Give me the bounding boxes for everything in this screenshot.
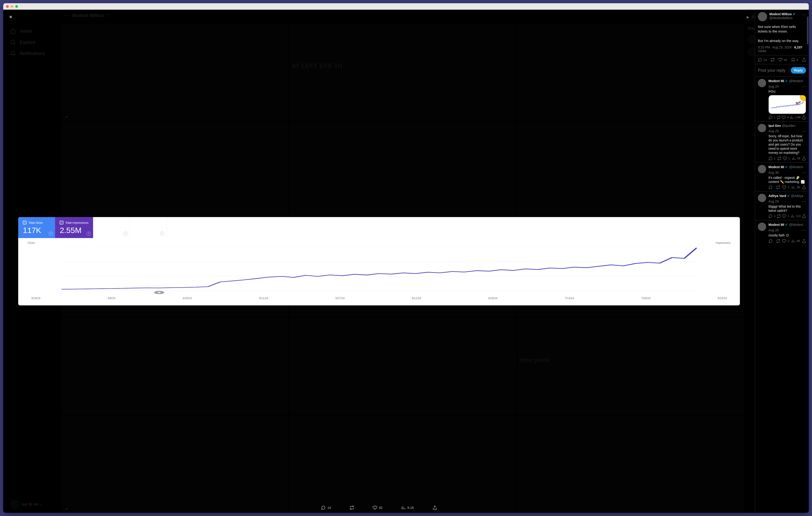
metric-tile-clicks[interactable]: ✓ Total clicks 117K ?: [18, 217, 55, 238]
reply-text: it's called - organic 🥬 content ✏️ marke…: [768, 175, 806, 184]
share-action[interactable]: [802, 185, 806, 189]
reply-date: Aug 29: [768, 129, 779, 133]
count: 4: [787, 116, 789, 119]
share-action[interactable]: [802, 239, 806, 243]
close-button[interactable]: ✕: [6, 13, 15, 21]
like-count: 42: [784, 58, 787, 61]
reply-item[interactable]: Aditya Vard ✔ @Aditya · Aug 29 ⋯ Biggg! …: [755, 191, 809, 220]
retweet-action[interactable]: [777, 214, 781, 218]
reply-action[interactable]: [768, 185, 774, 189]
reply-author[interactable]: Ipul Dev: [768, 124, 781, 128]
avatar[interactable]: [758, 165, 766, 173]
x-tick: 5/11/24: [259, 297, 268, 300]
help-icon[interactable]: ?: [87, 232, 91, 236]
sun-icon: [800, 95, 806, 101]
like-action[interactable]: 1: [783, 156, 790, 161]
reply-item[interactable]: Ipul Dev @ipuldev · Aug 29 ⋯ Sorry, off-…: [755, 121, 809, 162]
like-action[interactable]: 1: [782, 214, 789, 218]
retweet-action[interactable]: [777, 115, 781, 119]
reply-handle[interactable]: @Modest: [789, 223, 803, 226]
mac-zoom-button[interactable]: [15, 5, 18, 8]
reply-action[interactable]: 14: [758, 58, 766, 62]
avatar[interactable]: [758, 79, 766, 87]
reply-action[interactable]: 14: [321, 506, 331, 510]
more-button[interactable]: ⋯: [802, 12, 806, 21]
reply-author[interactable]: Modest Mi: [768, 165, 784, 169]
count: 1: [788, 157, 790, 160]
author-name[interactable]: Modest Mitkus: [770, 12, 792, 16]
like-action[interactable]: 42: [778, 58, 787, 62]
retweet-action[interactable]: [771, 58, 775, 62]
reply-icon: [321, 506, 326, 510]
views-action[interactable]: 6.1K: [401, 506, 414, 510]
mac-minimize-button[interactable]: [10, 5, 13, 8]
reply-author[interactable]: Modest Mi: [768, 223, 784, 226]
more-button[interactable]: ⋯: [802, 129, 806, 134]
left-axis-label: Clicks: [27, 241, 35, 245]
avatar[interactable]: [758, 194, 766, 202]
reply-item[interactable]: Modest Mi ✔ @Modest · Aug 29 ⋯ mostly fa…: [755, 220, 809, 245]
share-action[interactable]: [802, 214, 806, 218]
retweet-action[interactable]: [777, 156, 781, 161]
reply-action[interactable]: 1: [768, 214, 776, 218]
reply-button[interactable]: Reply: [791, 67, 806, 74]
share-action[interactable]: [802, 58, 806, 62]
like-count: 42: [379, 506, 383, 510]
reply-action[interactable]: 1: [768, 156, 776, 161]
retweet-action[interactable]: [776, 185, 780, 189]
more-button[interactable]: ⋯: [802, 84, 806, 89]
avatar[interactable]: [758, 124, 766, 132]
chart-series-impressions: [61, 248, 697, 289]
more-button[interactable]: ⋯: [802, 228, 806, 233]
reply-composer[interactable]: Post your reply Reply: [755, 64, 809, 76]
chart-series-clicks: [61, 248, 697, 289]
metric-clicks-value: 117K: [23, 226, 51, 235]
reply-handle[interactable]: @Modest: [789, 79, 803, 83]
scrollbar[interactable]: [807, 17, 808, 338]
reply-action[interactable]: 1: [768, 115, 776, 119]
reply-item[interactable]: Modest Mi ✔ @Modest · Aug 30 ⋯ it's call…: [755, 162, 809, 191]
reply-author[interactable]: Aditya Vard: [768, 194, 786, 198]
metric-tile-empty: ?: [130, 217, 167, 238]
share-action[interactable]: [802, 156, 806, 161]
count: 84: [797, 239, 800, 243]
scrollbar-thumb[interactable]: [807, 17, 808, 44]
share-action[interactable]: [802, 115, 806, 119]
share-action[interactable]: [433, 506, 437, 510]
help-icon[interactable]: ?: [123, 232, 127, 236]
views-action[interactable]: 1.8K: [790, 115, 801, 119]
metric-tile-impressions[interactable]: ✓ Total impressions 2.55M ?: [55, 217, 93, 238]
more-button[interactable]: ⋯: [802, 170, 806, 175]
like-action[interactable]: 1: [782, 185, 789, 189]
reply-item[interactable]: Modest Mi ✔ @Modest · Aug 29 ⋯ POV: 🚀 1 …: [755, 76, 809, 121]
reply-handle[interactable]: @Modest: [789, 165, 803, 169]
avatar[interactable]: [758, 223, 766, 231]
retweet-action[interactable]: [776, 239, 780, 243]
help-icon[interactable]: ?: [160, 232, 164, 236]
x-tick: 5/27/24: [336, 297, 345, 300]
avatar[interactable]: [758, 12, 767, 21]
bookmark-action[interactable]: 4: [791, 58, 798, 62]
help-icon[interactable]: ?: [49, 232, 53, 236]
reply-engagement-bar: 2 84: [768, 238, 806, 244]
x-tick: 3/24/24: [31, 297, 40, 300]
collapse-panel-button[interactable]: »: [743, 13, 752, 21]
mac-close-button[interactable]: [6, 5, 9, 8]
views-action[interactable]: 113: [790, 214, 801, 218]
views-action[interactable]: 49: [792, 156, 800, 161]
heart-icon: [373, 506, 377, 510]
reply-action[interactable]: [768, 239, 774, 243]
quoted-media[interactable]: 🚀: [768, 95, 806, 114]
reply-author[interactable]: Modest Mi: [768, 79, 784, 83]
like-action[interactable]: 2: [782, 239, 789, 243]
count: 1: [774, 215, 776, 218]
reply-handle[interactable]: @ipuldev: [782, 124, 795, 128]
more-button[interactable]: ⋯: [802, 199, 806, 204]
views-action[interactable]: 36: [791, 185, 800, 189]
views-action[interactable]: 84: [791, 239, 800, 243]
like-action[interactable]: 4: [782, 115, 789, 119]
reply-handle[interactable]: @Aditya: [791, 194, 803, 198]
author-handle[interactable]: @ModestMitkus: [770, 16, 800, 20]
like-action[interactable]: 42: [373, 506, 383, 510]
retweet-action[interactable]: [350, 506, 354, 510]
